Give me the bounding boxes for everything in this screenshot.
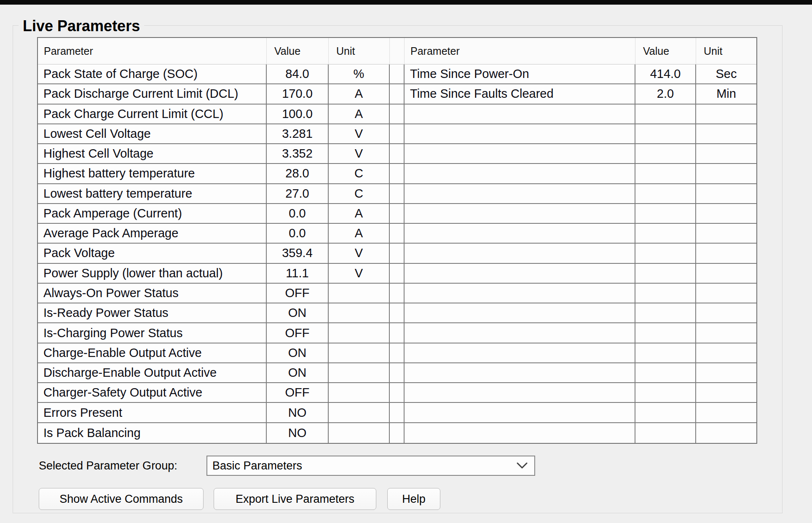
parameter-cell: Errors Present (38, 403, 267, 423)
value-cell: 3.281 (267, 124, 329, 144)
value-cell: ON (267, 303, 329, 323)
value-cell: 84.0 (267, 64, 329, 84)
unit-cell: C (329, 184, 390, 204)
right-header-unit: Unit (696, 38, 756, 64)
unit-cell: V (329, 244, 390, 263)
help-button[interactable]: Help (387, 488, 440, 510)
spacer-cell (390, 164, 405, 184)
spacer-cell (390, 423, 405, 443)
parameter-cell (405, 343, 635, 363)
value-cell: 2.0 (635, 84, 696, 104)
parameter-cell: Power Supply (lower than actual) (38, 264, 267, 284)
value-cell: ON (267, 343, 329, 363)
unit-cell (696, 224, 756, 244)
unit-cell (696, 204, 756, 224)
value-cell (635, 343, 696, 363)
spacer-cell (390, 124, 405, 144)
parameter-cell (405, 363, 635, 383)
unit-cell: A (329, 204, 390, 224)
unit-cell (696, 284, 756, 303)
right-header-parameter: Parameter (405, 38, 635, 64)
value-cell (635, 323, 696, 343)
value-cell: NO (267, 423, 329, 443)
spacer-cell (390, 105, 405, 124)
unit-cell (696, 105, 756, 124)
value-cell (635, 124, 696, 144)
show-active-commands-button[interactable]: Show Active Commands (39, 488, 204, 510)
parameter-cell: Pack State of Charge (SOC) (38, 64, 267, 84)
spacer-cell (390, 84, 405, 104)
parameter-cell: Charge-Enable Output Active (38, 343, 267, 363)
spacer-cell (390, 64, 405, 84)
left-header-unit: Unit (329, 38, 390, 64)
value-cell: 414.0 (635, 64, 696, 84)
live-parameters-table: ParameterValueUnitParameterValueUnitPack… (37, 37, 757, 444)
value-cell: ON (267, 363, 329, 383)
parameter-cell: Lowest Cell Voltage (38, 124, 267, 144)
parameter-cell (405, 403, 635, 423)
parameter-cell: Highest Cell Voltage (38, 144, 267, 164)
unit-cell: A (329, 105, 390, 124)
value-cell (635, 184, 696, 204)
parameter-cell (405, 204, 635, 224)
unit-cell (696, 363, 756, 383)
parameter-cell: Time Since Power-On (405, 64, 635, 84)
unit-cell (329, 363, 390, 383)
spacer-cell (390, 403, 405, 423)
parameter-cell (405, 164, 635, 184)
parameter-cell (405, 105, 635, 124)
spacer-cell (390, 224, 405, 244)
parameter-cell: Always-On Power Status (38, 284, 267, 303)
parameter-cell: Is-Charging Power Status (38, 323, 267, 343)
unit-cell (696, 144, 756, 164)
unit-cell (329, 403, 390, 423)
value-cell (635, 144, 696, 164)
parameter-cell: Pack Charge Current Limit (CCL) (38, 105, 267, 124)
parameter-cell (405, 303, 635, 323)
parameter-cell: Discharge-Enable Output Active (38, 363, 267, 383)
unit-cell: C (329, 164, 390, 184)
value-cell: 28.0 (267, 164, 329, 184)
spacer-cell (390, 204, 405, 224)
parameter-cell: Average Pack Amperage (38, 224, 267, 244)
value-cell (635, 164, 696, 184)
unit-cell: % (329, 64, 390, 84)
header-spacer-cell (390, 38, 405, 64)
value-cell (635, 403, 696, 423)
parameter-cell (405, 144, 635, 164)
left-header-parameter: Parameter (38, 38, 267, 64)
value-cell: 0.0 (267, 224, 329, 244)
unit-cell (696, 383, 756, 403)
parameter-cell (405, 244, 635, 263)
parameter-cell: Pack Discharge Current Limit (DCL) (38, 84, 267, 104)
unit-cell: V (329, 144, 390, 164)
value-cell: 359.4 (267, 244, 329, 263)
parameter-group-select[interactable]: Basic Parameters (206, 456, 535, 476)
unit-cell (329, 343, 390, 363)
unit-cell (329, 303, 390, 323)
unit-cell (696, 423, 756, 443)
parameter-cell (405, 423, 635, 443)
selected-parameter-group-value: Basic Parameters (207, 459, 517, 472)
spacer-cell (390, 343, 405, 363)
unit-cell (329, 383, 390, 403)
unit-cell: Sec (696, 64, 756, 84)
parameter-cell: Pack Amperage (Current) (38, 204, 267, 224)
selected-parameter-group-label: Selected Parameter Group: (39, 459, 177, 473)
parameter-cell (405, 383, 635, 403)
export-live-parameters-button[interactable]: Export Live Parameters (214, 488, 376, 510)
value-cell (635, 264, 696, 284)
spacer-cell (390, 144, 405, 164)
left-header-value: Value (267, 38, 329, 64)
unit-cell: V (329, 264, 390, 284)
unit-cell (329, 284, 390, 303)
value-cell (635, 204, 696, 224)
spacer-cell (390, 383, 405, 403)
parameter-cell: Lowest battery temperature (38, 184, 267, 204)
value-cell (635, 224, 696, 244)
unit-cell (329, 423, 390, 443)
unit-cell (696, 303, 756, 323)
spacer-cell (390, 284, 405, 303)
value-cell: OFF (267, 284, 329, 303)
unit-cell: A (329, 84, 390, 104)
